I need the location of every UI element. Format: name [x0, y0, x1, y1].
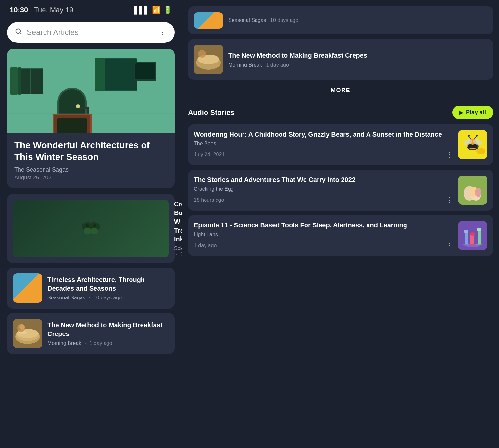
article-source: Morning Break — [228, 62, 262, 67]
article-info: The New Method to Making Breakfast Crepe… — [47, 321, 169, 346]
article-info: Seasonal Sagas 10 days ago — [228, 18, 487, 23]
list-item[interactable]: Creating Butterflies With New Transparen… — [7, 194, 175, 263]
svg-point-33 — [93, 224, 96, 227]
audio-date-row: 18 hours ago ⋮ — [194, 196, 453, 204]
audio-thumbnail — [458, 221, 487, 250]
article-info: Timeless Architecture, Through Decades a… — [47, 275, 169, 301]
svg-rect-12 — [105, 59, 121, 90]
left-panel: 10:30 Tue, May 19 ▌▌▌ 📶 🔋 Search Article… — [0, 0, 182, 448]
featured-card[interactable]: The Wonderful Architectures of This Wint… — [7, 49, 175, 188]
article-title: The New Method to Making Breakfast Crepe… — [228, 51, 487, 60]
audio-story-card[interactable]: The Stories and Adventures That We Carry… — [188, 170, 493, 211]
featured-date: August 25, 2021 — [14, 175, 168, 181]
svg-rect-67 — [470, 234, 474, 245]
svg-point-28 — [90, 228, 98, 234]
audio-title: The Stories and Adventures That We Carry… — [194, 176, 453, 184]
signal-icon: ▌▌▌ — [134, 6, 149, 14]
article-thumbnail — [194, 45, 223, 74]
audio-date: 1 day ago — [194, 243, 217, 248]
article-meta: Morning Break 1 day ago — [228, 62, 487, 68]
audio-date-row: 1 day ago ⋮ — [194, 241, 453, 250]
article-source: Seasonal Sagas — [47, 295, 85, 300]
audio-info: The Stories and Adventures That We Carry… — [194, 176, 453, 204]
audio-date: July 24, 2021 — [194, 152, 225, 158]
svg-point-68 — [470, 232, 475, 236]
svg-rect-72 — [477, 228, 481, 231]
search-placeholder[interactable]: Search Articles — [27, 28, 155, 37]
audio-source: The Bees — [194, 141, 453, 147]
svg-point-44 — [198, 50, 206, 58]
svg-rect-66 — [464, 230, 468, 233]
more-button[interactable]: MORE — [331, 87, 350, 94]
play-icon: ▶ — [459, 109, 463, 115]
featured-source: The Seasonal Sagas — [14, 166, 168, 173]
featured-title: The Wonderful Architectures of This Wint… — [14, 139, 168, 163]
svg-point-32 — [85, 224, 89, 227]
article-info: The New Method to Making Breakfast Crepe… — [228, 51, 487, 68]
audio-section-title: Audio Stories — [188, 108, 234, 117]
svg-rect-22 — [135, 63, 155, 79]
article-title: Timeless Architecture, Through Decades a… — [47, 275, 169, 293]
article-time: 10 days ago — [270, 18, 298, 23]
article-thumbnail — [13, 200, 169, 257]
battery-icon: 🔋 — [163, 6, 172, 14]
svg-rect-49 — [468, 146, 478, 148]
play-all-label: Play all — [466, 109, 486, 116]
audio-source: Cracking the Egg — [194, 186, 453, 192]
status-bar: 10:30 Tue, May 19 ▌▌▌ 📶 🔋 — [7, 0, 175, 18]
featured-card-content: The Wonderful Architectures of This Wint… — [7, 133, 175, 188]
status-date: Tue, May 19 — [34, 6, 73, 14]
featured-image — [7, 49, 175, 133]
more-options-icon[interactable]: ⋮ — [446, 151, 453, 159]
svg-rect-70 — [478, 231, 481, 245]
article-meta: Seasonal Sagas 10 days ago — [228, 18, 487, 23]
more-options-icon[interactable]: ⋮ — [446, 241, 453, 250]
article-time: 1 day ago — [266, 62, 289, 67]
audio-story-card[interactable]: Wondering Hour: A Childhood Story, Grizz… — [188, 124, 493, 165]
article-time: 1 day ago — [89, 340, 112, 346]
audio-title: Wondering Hour: A Childhood Story, Grizz… — [194, 130, 453, 139]
search-more-icon[interactable]: ⋮ — [159, 28, 167, 37]
list-item[interactable]: Timeless Architecture, Through Decades a… — [7, 268, 175, 309]
list-item[interactable]: The New Method to Making Breakfast Crepe… — [188, 39, 493, 80]
audio-thumbnail — [458, 130, 487, 159]
more-button-wrap[interactable]: MORE — [188, 87, 493, 94]
article-thumbnail — [194, 12, 223, 29]
article-thumbnail — [13, 273, 42, 303]
audio-stories-section: Audio Stories ▶ Play all Wondering Hour:… — [188, 106, 493, 260]
more-options-icon[interactable]: ⋮ — [446, 196, 453, 204]
article-time: 10 days ago — [94, 295, 122, 300]
wifi-icon: 📶 — [152, 6, 161, 14]
search-bar[interactable]: Search Articles ⋮ — [7, 22, 175, 43]
svg-line-1 — [20, 33, 21, 34]
search-icon — [15, 28, 22, 37]
status-icons: ▌▌▌ 📶 🔋 — [134, 6, 172, 14]
top-list: Seasonal Sagas 10 days ago The New Metho… — [188, 0, 493, 84]
svg-point-17 — [76, 104, 80, 108]
section-divider — [188, 100, 493, 100]
svg-point-73 — [464, 244, 480, 247]
svg-point-56 — [476, 135, 478, 137]
play-all-button[interactable]: ▶ Play all — [452, 106, 493, 119]
list-item[interactable]: The New Method to Making Breakfast Crepe… — [7, 313, 175, 354]
audio-date-row: July 24, 2021 ⋮ — [194, 151, 453, 159]
svg-rect-20 — [57, 118, 87, 133]
svg-point-55 — [468, 135, 470, 137]
audio-date: 18 hours ago — [194, 197, 224, 203]
svg-point-57 — [476, 148, 485, 154]
svg-rect-7 — [10, 67, 18, 95]
list-item[interactable]: Seasonal Sagas 10 days ago — [188, 6, 493, 34]
audio-thumbnail — [458, 176, 487, 205]
article-meta: Morning Break · 1 day ago — [47, 340, 169, 346]
article-source: Morning Break — [47, 340, 81, 346]
svg-rect-16 — [79, 107, 89, 109]
status-time: 10:30 — [10, 6, 28, 14]
article-thumbnail — [13, 319, 42, 348]
audio-source: Light Labs — [194, 232, 453, 237]
audio-info: Wondering Hour: A Childhood Story, Grizz… — [194, 130, 453, 159]
svg-point-62 — [475, 188, 481, 197]
audio-story-card[interactable]: Episode 11 - Science Based Tools For Sle… — [188, 215, 493, 256]
svg-rect-14 — [95, 58, 105, 91]
svg-rect-8 — [18, 67, 21, 95]
audio-info: Episode 11 - Science Based Tools For Sle… — [194, 221, 453, 250]
